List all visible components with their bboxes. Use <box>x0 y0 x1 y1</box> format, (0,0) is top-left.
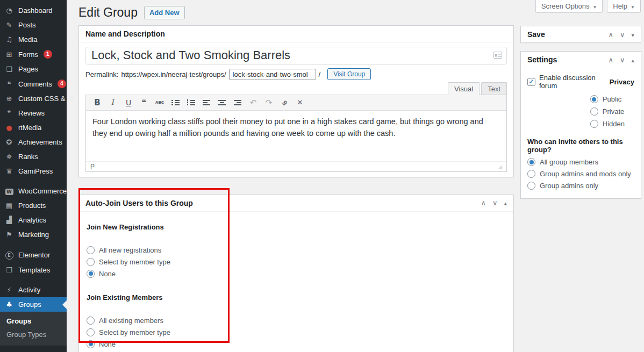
align-right-icon[interactable] <box>231 96 245 109</box>
sidebar-item-label: Ranks <box>18 153 38 161</box>
underline-icon[interactable]: U <box>121 96 135 109</box>
tab-text[interactable]: Text <box>481 82 507 95</box>
editor-content[interactable]: Four London working class stiffs pool th… <box>86 111 506 161</box>
sidebar-item-custom-css-js[interactable]: ⊕Custom CSS & JS <box>0 91 67 106</box>
move-up-icon[interactable] <box>608 56 613 63</box>
panel-title: Settings <box>527 55 557 64</box>
radio-label: None <box>99 269 116 278</box>
sidebar-item-groups[interactable]: ♣Groups <box>0 297 67 312</box>
tab-visual[interactable]: Visual <box>448 82 480 95</box>
strikethrough-icon[interactable]: ABC <box>153 96 167 109</box>
sidebar-item-reviews[interactable]: ❞Reviews <box>0 106 67 120</box>
sidebar-item-label: Analytics <box>18 216 46 224</box>
move-down-icon[interactable] <box>620 31 625 38</box>
sidebar-item-rtmedia[interactable]: ●rtMedia <box>0 120 67 135</box>
help-tab[interactable]: Help <box>607 0 641 13</box>
sidebar-item-label: Pages <box>18 65 38 73</box>
sidebar-item-achievements[interactable]: ✪Achievements <box>0 135 67 149</box>
sidebar-item-label: WooCommerce <box>18 187 67 195</box>
align-left-icon[interactable] <box>199 96 213 109</box>
editor-tabs: Visual Text <box>85 82 507 95</box>
italic-icon[interactable]: I <box>106 96 120 109</box>
fullscreen-icon[interactable]: ✕ <box>293 96 307 109</box>
radio-option-group-admins-only[interactable]: Group admins only <box>527 180 634 191</box>
sidebar-item-label: Activity <box>18 286 40 294</box>
sidebar-item-woocommerce[interactable]: WooCommerce <box>0 184 67 198</box>
radio-option-group-admins-and-mods-only[interactable]: Group admins and mods only <box>527 168 634 179</box>
slug-input[interactable] <box>229 69 316 80</box>
gamipress-icon: ♛ <box>4 167 14 175</box>
sidebar-item-analytics[interactable]: ▟Analytics <box>0 213 67 227</box>
radio-icon <box>590 120 598 128</box>
sidebar-item-templates[interactable]: ❒Templates <box>0 263 67 277</box>
resize-grip-icon[interactable] <box>498 164 502 169</box>
move-down-icon[interactable] <box>492 199 498 206</box>
radio-option-private[interactable]: Private <box>590 106 625 117</box>
sidebar-item-dashboard[interactable]: ◔Dashboard <box>0 3 67 18</box>
numbered-list-icon[interactable] <box>184 96 198 109</box>
sidebar-item-pages[interactable]: ❏Pages <box>0 62 67 76</box>
link-icon[interactable]: ∞ <box>275 93 294 112</box>
privacy-radios: PublicPrivateHidden <box>590 93 625 130</box>
sidebar-item-label: Products <box>18 202 46 210</box>
group-title-input[interactable] <box>85 47 507 64</box>
undo-icon[interactable]: ↶ <box>246 96 260 109</box>
radio-option-select-by-member-type[interactable]: Select by member type <box>87 256 506 268</box>
enable-forum-checkbox[interactable]: Enable discussion forum <box>527 74 605 90</box>
toggle-panel-icon[interactable] <box>631 31 634 38</box>
blockquote-icon[interactable]: ❝ <box>137 96 151 109</box>
toggle-panel-icon[interactable] <box>504 199 507 206</box>
move-down-icon[interactable] <box>620 56 625 63</box>
radio-option-none[interactable]: None <box>87 339 506 350</box>
radio-option-all-new-registrations[interactable]: All new registrations <box>87 245 506 256</box>
radio-option-public[interactable]: Public <box>590 94 625 105</box>
toggle-panel-icon[interactable] <box>631 56 634 63</box>
sidebar-item-products[interactable]: ▤Products <box>0 198 67 213</box>
radio-option-hidden[interactable]: Hidden <box>590 118 625 130</box>
help-label: Help <box>613 2 627 10</box>
radio-option-all-existing-members[interactable]: All existing members <box>87 315 506 326</box>
sidebar-subitem-groups[interactable]: Groups <box>0 314 67 328</box>
editor-frame: BIU❝ABC↶↷∞✕ Four London working class st… <box>85 95 507 172</box>
move-up-icon[interactable] <box>608 31 613 38</box>
bold-icon[interactable]: B <box>90 96 104 109</box>
radio-option-select-by-member-type[interactable]: Select by member type <box>87 327 506 338</box>
editor-toolbar: BIU❝ABC↶↷∞✕ <box>86 95 506 111</box>
permalink-base-url: https://wpex.in/neeraj-test/groups/ <box>121 70 226 78</box>
sidebar-item-elementor[interactable]: Elementor <box>0 247 67 263</box>
wordpress-admin-page: ◔Dashboard✎Posts♫Media⊞Forms1❏Pages❝Comm… <box>0 0 644 352</box>
editor-path: P <box>90 163 95 170</box>
activity-icon: ⚡ <box>4 286 14 294</box>
screen-options-tab[interactable]: Screen Options <box>535 0 603 13</box>
sidebar-item-gamipress[interactable]: ♛GamiPress <box>0 164 67 178</box>
forms-icon: ⊞ <box>4 51 14 59</box>
elementor-icon <box>4 250 14 260</box>
redo-icon[interactable]: ↷ <box>262 96 276 109</box>
radio-icon <box>87 340 95 348</box>
add-new-button[interactable]: Add New <box>144 6 185 19</box>
sidebar-item-posts[interactable]: ✎Posts <box>0 18 67 32</box>
sidebar-item-marketing[interactable]: ⚑Marketing <box>0 227 67 242</box>
sidebar-item-label: Groups <box>18 300 41 308</box>
radio-option-all-group-members[interactable]: All group members <box>527 156 634 168</box>
privacy-radio-wrap: PublicPrivateHidden <box>527 90 634 131</box>
visit-group-button[interactable]: Visit Group <box>327 68 371 80</box>
sidebar-item-activity[interactable]: ⚡Activity <box>0 283 67 297</box>
sidebar-item-ranks[interactable]: ✵Ranks <box>0 149 67 164</box>
invite-radios: All group membersGroup admins and mods o… <box>527 156 634 191</box>
sidebar-item-label: Posts <box>18 21 36 29</box>
move-up-icon[interactable] <box>481 199 486 206</box>
count-badge: 4 <box>58 80 66 88</box>
sidebar-item-media[interactable]: ♫Media <box>0 32 67 47</box>
sidebar-submenu: GroupsGroup Types <box>0 312 67 346</box>
align-center-icon[interactable] <box>215 96 229 109</box>
bullet-list-icon[interactable] <box>168 96 182 109</box>
templates-icon: ❒ <box>4 266 14 274</box>
sidebar-item-comments[interactable]: ❝Comments4 <box>0 76 67 91</box>
panel-header: Name and Description <box>79 26 513 42</box>
radio-label: Group admins only <box>540 181 598 190</box>
sidebar-item-forms[interactable]: ⊞Forms1 <box>0 47 67 62</box>
autojoin-body: Join New RegistrationsAll new registrati… <box>79 212 513 352</box>
sidebar-subitem-group-types[interactable]: Group Types <box>0 328 67 341</box>
radio-option-none[interactable]: None <box>87 268 506 279</box>
